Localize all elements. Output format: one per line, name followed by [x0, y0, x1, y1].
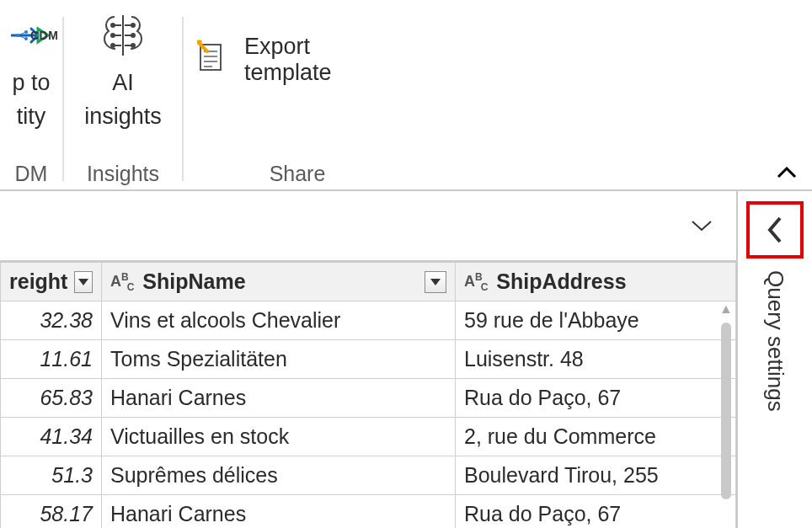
formula-input[interactable] — [8, 191, 687, 260]
filter-button-shipname[interactable] — [425, 271, 446, 293]
table-body: 32.38 Vins et alcools Chevalier 59 rue d… — [1, 301, 736, 529]
cell-freight: 11.61 — [1, 340, 102, 379]
export-template-label: Export template — [244, 34, 394, 86]
chevron-down-icon — [691, 220, 713, 232]
scroll-up-button[interactable]: ▲ — [719, 302, 733, 316]
formula-bar — [0, 191, 736, 262]
formula-dropdown-button[interactable] — [687, 211, 716, 240]
cell-shipname: Suprêmes délices — [102, 456, 456, 495]
column-label-shipaddress: ShipAddress — [496, 269, 626, 294]
filter-button-freight[interactable] — [74, 271, 93, 293]
query-settings-label: Query settings — [762, 270, 788, 412]
cell-shipname: Toms Spezialitäten — [102, 340, 456, 379]
share-group-label: Share — [184, 162, 411, 189]
svg-point-8 — [131, 44, 135, 47]
ribbon: CDM p to tity DM — [0, 0, 812, 191]
table-row[interactable]: 51.3 Suprêmes délices Boulevard Tirou, 2… — [1, 456, 736, 495]
map-to-label-line1: p to — [12, 69, 50, 96]
table-row[interactable]: 58.17 Hanari Carnes Rua do Paço, 67 — [1, 495, 736, 529]
column-header-shipname[interactable]: ABC ShipName — [102, 263, 456, 301]
ai-insights-line1: AI — [112, 69, 134, 96]
chevron-down-icon — [78, 279, 88, 285]
cdm-group-label: DM — [0, 162, 62, 189]
table-row[interactable]: 32.38 Vins et alcools Chevalier 59 rue d… — [1, 301, 736, 340]
brain-icon — [96, 8, 150, 62]
ribbon-group-cdm: CDM p to tity DM — [0, 0, 62, 189]
text-type-icon: ABC — [110, 273, 136, 291]
export-template-icon — [194, 40, 229, 81]
column-header-shipaddress[interactable]: ABC ShipAddress — [456, 263, 736, 301]
table-row[interactable]: 65.83 Hanari Carnes Rua do Paço, 67 — [1, 379, 736, 418]
text-type-icon: ABC — [464, 273, 489, 291]
cell-shipname: Victuailles en stock — [102, 418, 456, 456]
data-table-area: reight ABC ShipName — [0, 262, 736, 528]
cell-freight: 32.38 — [1, 301, 102, 340]
vertical-scrollbar[interactable]: ▲ — [719, 302, 733, 525]
cell-shipaddress: Rua do Paço, 67 — [456, 495, 736, 529]
cell-shipname: Vins et alcools Chevalier — [102, 301, 456, 340]
ribbon-group-share: Export template Share — [184, 0, 411, 189]
svg-point-3 — [111, 24, 115, 27]
column-label-shipname: ShipName — [142, 269, 245, 294]
cell-shipaddress: Boulevard Tirou, 255 — [456, 456, 736, 495]
svg-point-7 — [131, 34, 135, 37]
cell-shipname: Hanari Carnes — [102, 379, 456, 418]
export-template-button[interactable]: Export template — [184, 8, 411, 86]
data-table: reight ABC ShipName — [0, 262, 736, 528]
svg-point-6 — [131, 24, 135, 27]
table-row[interactable]: 11.61 Toms Spezialitäten Luisenstr. 48 — [1, 340, 736, 379]
chevron-down-icon — [430, 279, 441, 285]
svg-point-5 — [111, 44, 115, 47]
svg-point-4 — [111, 34, 115, 37]
column-label-freight: reight — [9, 269, 67, 294]
table-row[interactable]: 41.34 Victuailles en stock 2, rue du Com… — [1, 418, 736, 456]
insights-group-label: Insights — [64, 162, 182, 189]
map-to-entity-button[interactable]: CDM p to tity — [9, 8, 53, 131]
ribbon-group-insights: AI insights Insights — [64, 0, 182, 189]
map-to-label-line2: tity — [17, 103, 46, 130]
cell-shipaddress: Luisenstr. 48 — [456, 340, 736, 379]
cell-shipaddress: 59 rue de l'Abbaye — [456, 301, 736, 340]
ai-insights-line2: insights — [84, 103, 162, 130]
table-header-row: reight ABC ShipName — [1, 263, 736, 301]
scroll-thumb[interactable] — [721, 323, 731, 499]
chevron-up-icon — [777, 167, 797, 179]
cell-freight: 51.3 — [1, 456, 102, 495]
query-settings-toggle[interactable] — [746, 201, 804, 259]
cell-shipaddress: Rua do Paço, 67 — [456, 379, 736, 418]
cell-shipname: Hanari Carnes — [102, 495, 456, 529]
ai-insights-button[interactable]: AI insights — [69, 8, 177, 131]
cell-freight: 41.34 — [1, 418, 102, 456]
cell-freight: 65.83 — [1, 379, 102, 418]
cdm-badge-text: CDM — [30, 29, 58, 43]
column-header-freight[interactable]: reight — [1, 263, 102, 301]
cell-freight: 58.17 — [1, 495, 102, 529]
cdm-badge: CDM — [15, 29, 58, 43]
chevron-left-icon — [765, 215, 785, 245]
cell-shipaddress: 2, rue du Commerce — [456, 418, 736, 456]
query-settings-panel: Query settings — [736, 191, 812, 528]
ribbon-collapse-button[interactable] — [772, 157, 802, 188]
